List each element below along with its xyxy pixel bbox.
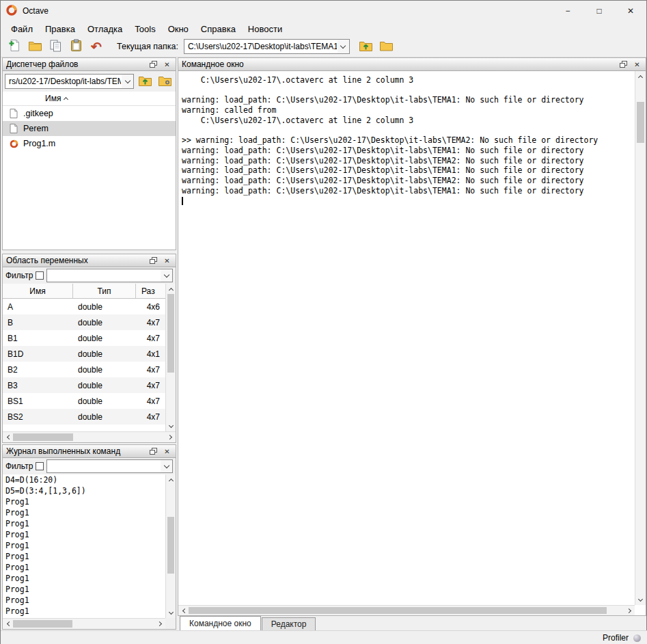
command-history-titlebar[interactable]: Журнал выполненных команд ✕ [3, 445, 176, 458]
scroll-left-icon[interactable] [3, 619, 13, 629]
scroll-down-icon[interactable] [166, 421, 176, 431]
workspace-row[interactable]: Bdouble4x7 [3, 314, 165, 330]
minimize-button[interactable]: − [552, 1, 583, 21]
close-icon[interactable]: ✕ [162, 256, 172, 266]
maximize-button[interactable]: □ [583, 1, 615, 21]
history-entry[interactable]: Prog1 [3, 518, 165, 529]
column-type-header[interactable]: Тип [73, 284, 136, 298]
new-script-button[interactable] [5, 38, 24, 55]
menu-item-news[interactable]: Новости [242, 22, 288, 36]
scroll-thumb[interactable] [13, 620, 72, 628]
undock-icon[interactable] [148, 59, 159, 70]
scroll-thumb[interactable] [167, 294, 174, 373]
history-entry[interactable]: Prog1 [3, 606, 165, 617]
history-entry[interactable]: Prog1 [3, 540, 165, 551]
workspace-table-header[interactable]: Имя Тип Раз [3, 284, 165, 299]
paste-button[interactable] [66, 38, 85, 55]
history-filter-combobox[interactable] [46, 459, 173, 473]
undo-button[interactable]: ↶ [87, 38, 106, 55]
command-window-vertical-scrollbar[interactable] [635, 71, 646, 605]
scroll-track[interactable] [13, 619, 155, 629]
scroll-track[interactable] [635, 81, 646, 595]
tab-editor[interactable]: Редактор [262, 617, 316, 630]
history-entry[interactable]: Prog1 [3, 507, 165, 518]
history-horizontal-scrollbar[interactable] [3, 618, 165, 629]
chevron-down-icon[interactable] [122, 75, 133, 88]
folder-actions-button[interactable] [156, 73, 174, 90]
scroll-track[interactable] [13, 432, 165, 442]
workspace-row[interactable]: B1double4x7 [3, 330, 165, 346]
folder-up-button[interactable] [136, 73, 154, 90]
menu-item-window[interactable]: Окно [162, 22, 195, 36]
chevron-down-icon[interactable] [161, 460, 172, 472]
undock-icon[interactable] [148, 256, 159, 266]
workspace-row[interactable]: Adouble4x6 [3, 299, 165, 314]
file-row[interactable]: Prog1.m [3, 136, 176, 151]
menu-item-tools[interactable]: Tools [128, 22, 161, 36]
command-window-horizontal-scrollbar[interactable] [178, 605, 635, 615]
tab-command-window[interactable]: Командное окно [180, 616, 261, 630]
workspace-vertical-scrollbar[interactable] [165, 284, 176, 431]
command-window-titlebar[interactable]: Командное окно ✕ [178, 58, 646, 71]
scroll-down-icon[interactable] [166, 608, 176, 618]
file-browser-path-combobox[interactable]: rs/u202-17/Desktop/it-labs/TEMA1 [5, 74, 134, 89]
filter-checkbox[interactable] [36, 462, 44, 470]
history-entry[interactable]: D4=D(16:20) [3, 474, 165, 485]
scroll-thumb[interactable] [637, 102, 644, 143]
scroll-thumb[interactable] [189, 607, 607, 614]
scroll-track[interactable] [189, 606, 624, 615]
history-entry[interactable]: Prog1 [3, 595, 165, 606]
menu-item-help[interactable]: Справка [195, 22, 242, 36]
filter-checkbox[interactable] [36, 271, 44, 280]
scroll-up-icon[interactable] [166, 284, 176, 294]
menu-item-edit[interactable]: Правка [39, 22, 81, 36]
copy-button[interactable] [46, 38, 65, 55]
close-icon[interactable]: ✕ [162, 59, 172, 70]
scroll-right-icon[interactable] [624, 606, 635, 615]
scroll-up-icon[interactable] [635, 71, 646, 81]
open-file-button[interactable] [25, 38, 44, 55]
history-entry[interactable]: Prog1 [3, 584, 165, 595]
scroll-track[interactable] [166, 294, 176, 421]
column-name-header[interactable]: Имя [3, 284, 73, 298]
chevron-down-icon[interactable] [338, 40, 349, 53]
scroll-right-icon[interactable] [165, 432, 176, 442]
scroll-thumb[interactable] [13, 433, 73, 441]
scroll-down-icon[interactable] [635, 595, 646, 605]
history-entry[interactable]: Prog1 [3, 529, 165, 540]
workspace-row[interactable]: BS2double4x7 [3, 409, 165, 425]
scroll-left-icon[interactable] [3, 432, 13, 442]
close-icon[interactable]: ✕ [632, 59, 642, 70]
close-button[interactable]: ✕ [615, 1, 646, 21]
column-size-header[interactable]: Раз [136, 284, 165, 298]
workspace-filter-combobox[interactable] [46, 269, 173, 282]
scroll-right-icon[interactable] [155, 619, 165, 629]
history-entry[interactable]: Prog1 [3, 573, 165, 584]
chevron-down-icon[interactable] [161, 269, 172, 282]
profiler-status-icon[interactable] [633, 634, 641, 642]
current-folder-combobox[interactable]: C:\Users\u202-17\Desktop\it-labs\TEMA1 [184, 39, 350, 54]
workspace-row[interactable]: BS1double4x7 [3, 393, 165, 409]
menu-item-debug[interactable]: Отладка [81, 22, 128, 36]
history-vertical-scrollbar[interactable] [165, 474, 176, 618]
scroll-track[interactable] [166, 485, 176, 608]
history-entry[interactable]: D5=D(3:4,[1,3,6]) [3, 485, 165, 496]
history-entry[interactable]: Prog1 [3, 551, 165, 562]
scroll-left-icon[interactable] [178, 606, 189, 615]
menu-item-file[interactable]: Файл [5, 22, 39, 36]
scroll-up-icon[interactable] [166, 474, 176, 485]
file-row[interactable]: Perem [3, 121, 176, 136]
workspace-row[interactable]: B2double4x7 [3, 362, 165, 377]
workspace-titlebar[interactable]: Область переменных ✕ [3, 254, 176, 267]
history-entry[interactable]: Prog1 [3, 496, 165, 507]
command-window-output[interactable]: C:\Users\u202-17\.octaverc at line 2 col… [178, 71, 635, 605]
workspace-horizontal-scrollbar[interactable] [3, 431, 176, 442]
file-list-header[interactable]: Имя [3, 92, 176, 106]
scroll-thumb[interactable] [167, 517, 174, 574]
undock-icon[interactable] [618, 59, 629, 70]
close-icon[interactable]: ✕ [162, 446, 172, 457]
file-browser-titlebar[interactable]: Диспетчер файлов ✕ [3, 58, 176, 71]
file-row[interactable]: .gitkeep [3, 106, 176, 121]
folder-up-button[interactable] [357, 38, 376, 55]
workspace-row[interactable]: B1Ddouble4x1 [3, 346, 165, 362]
